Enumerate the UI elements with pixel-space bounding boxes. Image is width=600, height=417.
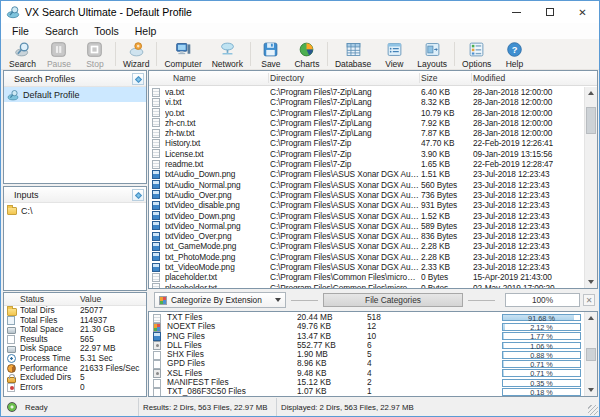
file-row[interactable]: txt_PhotoMode.png C:\Program Files\ASUS …: [149, 252, 584, 262]
file-directory: C:\Program Files\7-Zip: [270, 149, 419, 159]
results-scrollbar[interactable]: [584, 87, 597, 288]
file-categories-button[interactable]: File Categories: [323, 293, 463, 307]
file-name: yo.txt: [165, 108, 268, 118]
scroll-down-button[interactable]: [585, 384, 597, 396]
search-profiles-panel: Search Profiles Default Profile: [3, 70, 147, 184]
column-header-directory[interactable]: Directory: [270, 73, 304, 83]
file-modified: 28-Jan-2018 12:00:00: [473, 108, 583, 118]
resize-grip[interactable]: [588, 405, 598, 415]
scroll-down-button[interactable]: [585, 276, 597, 288]
file-row[interactable]: txtAudio_Down.png C:\Program Files\ASUS …: [149, 169, 584, 179]
file-row[interactable]: vi.txt C:\Program Files\7-Zip\Lang 8.32 …: [149, 97, 584, 107]
zoom-level-button[interactable]: 100%: [505, 293, 580, 307]
column-header-size[interactable]: Size: [421, 73, 438, 83]
categories-scrollbar[interactable]: [584, 312, 597, 396]
file-row[interactable]: zh-cn.txt C:\Program Files\7-Zip\Lang 7.…: [149, 118, 584, 128]
menu-tools[interactable]: Tools: [86, 23, 127, 39]
category-name: MANIFEST Files: [167, 378, 293, 387]
file-modified: 23-Jul-2018 12:23:43: [473, 252, 583, 262]
close-categories-button[interactable]: ✕: [583, 294, 595, 306]
network-button[interactable]: Network: [207, 39, 248, 69]
file-row[interactable]: History.txt C:\Program Files\7-Zip 47.70…: [149, 138, 584, 148]
column-header-value[interactable]: Value: [80, 294, 101, 304]
scroll-up-button[interactable]: [585, 87, 597, 99]
scroll-thumb[interactable]: [586, 348, 596, 361]
file-modified: 23-Jul-2018 12:23:43: [473, 169, 583, 179]
category-percent: 0.71 %: [503, 361, 580, 367]
options-button[interactable]: Options: [457, 39, 496, 69]
column-header-name[interactable]: Name: [173, 73, 196, 83]
toolbar-separator: [327, 42, 328, 66]
scroll-down-icon: [588, 388, 594, 392]
file-directory: C:\Program Files\ASUS Xonar DGX Audio...: [270, 211, 419, 221]
file-row[interactable]: txt_VideoMode.png C:\Program Files\ASUS …: [149, 262, 584, 272]
file-modified: 23-Jul-2018 12:23:43: [473, 221, 583, 231]
stop-button[interactable]: Stop: [77, 39, 113, 69]
charts-button[interactable]: Charts: [289, 39, 325, 69]
column-divider[interactable]: [268, 73, 269, 83]
column-divider[interactable]: [419, 73, 420, 83]
search-button[interactable]: Search: [4, 39, 41, 69]
menu-help[interactable]: Help: [127, 23, 165, 39]
view-button[interactable]: View: [376, 39, 412, 69]
close-button[interactable]: ✕: [566, 1, 599, 23]
categorize-mode-dropdown[interactable]: Categorize By Extension: [154, 292, 286, 308]
category-row[interactable]: GPD Files 8.96 KB 4 0.71 %: [149, 359, 584, 368]
input-item-c-drive[interactable]: C:\: [4, 203, 146, 218]
file-modified: 02-May-2019 17:00:20: [473, 283, 583, 288]
category-row[interactable]: NOEXT Files 49.76 KB 12 2.12 %: [149, 322, 584, 331]
status-label: Disk Space: [20, 344, 79, 354]
file-modified: 23-Jul-2018 12:23:43: [473, 211, 583, 221]
window-controls: ✕: [500, 1, 599, 23]
file-row[interactable]: txtVideo_Over.png C:\Program Files\ASUS …: [149, 231, 584, 241]
file-name: History.txt: [165, 138, 268, 148]
file-row[interactable]: placeholder.txt C:\Program Files\Common …: [149, 283, 584, 288]
category-row[interactable]: TXT Files 20.44 MB 518 91.68 %: [149, 313, 584, 322]
category-row[interactable]: SHX Files 1.90 MB 5 0.88 %: [149, 350, 584, 359]
file-directory: C:\Program Files\ASUS Xonar DGX Audio...: [270, 190, 419, 200]
file-row[interactable]: va.txt C:\Program Files\7-Zip\Lang 6.40 …: [149, 87, 584, 97]
file-modified: 22-Feb-2019 12:26:41: [473, 138, 583, 148]
minimize-button[interactable]: [500, 1, 533, 23]
menu-file[interactable]: File: [4, 23, 37, 39]
menu-search[interactable]: Search: [37, 23, 86, 39]
inputs-menu-button[interactable]: [132, 189, 144, 201]
file-row[interactable]: placeholder.txt C:\Program Files\Common …: [149, 272, 584, 282]
computer-button[interactable]: Computer: [159, 39, 206, 69]
file-row[interactable]: txtVideo_Normal.png C:\Program Files\ASU…: [149, 221, 584, 231]
profile-item-default[interactable]: Default Profile: [4, 87, 146, 102]
category-row[interactable]: MANIFEST Files 15.12 KB 2 0.35 %: [149, 378, 584, 387]
file-size: 6.40 KB: [421, 87, 471, 97]
save-button[interactable]: Save: [253, 39, 289, 69]
category-row[interactable]: TXT_086F3C50 Files 1.07 KB 1 0.18 %: [149, 387, 584, 396]
database-button[interactable]: Database: [330, 39, 376, 69]
scroll-thumb[interactable]: [586, 107, 596, 134]
pause-button[interactable]: Pause: [41, 39, 77, 69]
status-row: Disk Space 22.97 MB: [4, 344, 146, 354]
file-row[interactable]: zh-tw.txt C:\Program Files\7-Zip\Lang 7.…: [149, 128, 584, 138]
wizard-button[interactable]: Wizard: [118, 39, 154, 69]
file-row[interactable]: txt_GameMode.png C:\Program Files\ASUS X…: [149, 241, 584, 251]
file-row[interactable]: yo.txt C:\Program Files\7-Zip\Lang 10.79…: [149, 108, 584, 118]
file-row[interactable]: readme.txt C:\Program Files\7-Zip 1.65 K…: [149, 159, 584, 169]
file-row[interactable]: txtVideo_disable.png C:\Program Files\AS…: [149, 200, 584, 210]
column-divider[interactable]: [471, 73, 472, 83]
column-header-modified[interactable]: Modified: [473, 73, 505, 83]
file-row[interactable]: txtAudio_Normal.png C:\Program Files\ASU…: [149, 180, 584, 190]
error-icon: [7, 383, 15, 392]
scroll-up-button[interactable]: [585, 312, 597, 324]
column-header-status[interactable]: Status: [20, 294, 44, 304]
maximize-button[interactable]: [533, 1, 566, 23]
category-row[interactable]: XSL Files 9.48 KB 4 0.71 %: [149, 369, 584, 378]
status-label: Process Time: [20, 354, 79, 364]
profiles-menu-button[interactable]: [132, 73, 144, 85]
file-row[interactable]: txtAudio_Over.png C:\Program Files\ASUS …: [149, 190, 584, 200]
category-row[interactable]: DLL Files 552.77 KB 6 1.06 %: [149, 341, 584, 350]
help-button[interactable]: ? Help: [496, 39, 532, 69]
layouts-button[interactable]: Layouts: [412, 39, 452, 69]
menu-bar: File Search Tools Help: [1, 23, 599, 39]
file-row[interactable]: txtVideo_Down.png C:\Program Files\ASUS …: [149, 211, 584, 221]
file-directory: C:\Program Files\ASUS Xonar DGX Audio...: [270, 200, 419, 210]
category-row[interactable]: PNG Files 13.47 KB 10 1.77 %: [149, 332, 584, 341]
file-row[interactable]: License.txt C:\Program Files\7-Zip 3.90 …: [149, 149, 584, 159]
